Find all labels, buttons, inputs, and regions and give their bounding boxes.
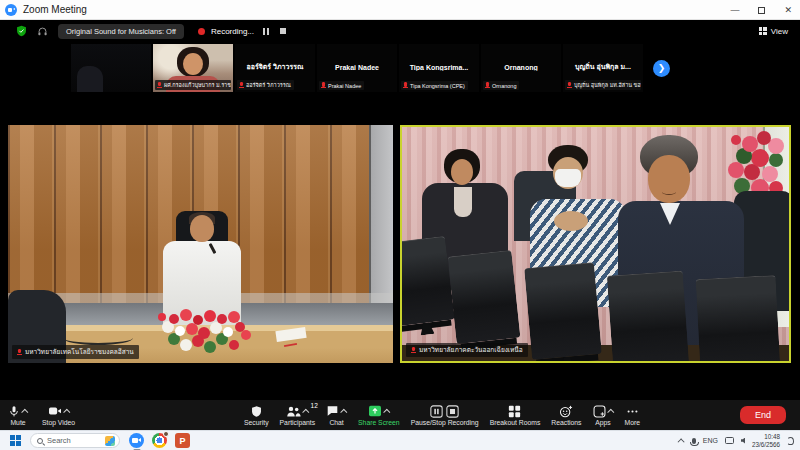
end-meeting-button[interactable]: End [740,406,786,424]
zoom-meeting-window: Zoom Meeting — ✕ Original Sound for Musi… [0,0,800,450]
caret-up-icon[interactable] [63,408,70,415]
original-sound-button[interactable]: Original Sound for Musicians: Off [58,24,184,39]
flower-arrangement [731,135,741,145]
mic-muted-icon [321,82,326,89]
participant-name-label: ออร์จิตร์ วิภาวรรณ [237,80,294,90]
hidden-icons-chevron[interactable] [677,438,684,445]
share-screen-icon [368,405,382,417]
recording-dot-icon [198,28,205,35]
caret-up-icon[interactable] [302,408,309,415]
close-button[interactable]: ✕ [784,6,792,15]
microphone-tray-icon[interactable] [692,438,696,444]
participants-count-badge: 12 [311,402,318,409]
participant-name-label: Tipa Kongsrima (CPE) [401,81,468,90]
tray-date: 23/6/2566 [752,441,780,449]
more-icon [626,405,639,418]
speaker-figure [662,189,676,195]
share-screen-button[interactable]: Share Screen [358,404,400,426]
zoom-taskbar-icon[interactable] [129,433,144,448]
tray-time: 10:48 [752,433,780,441]
participant-name-label: บุญถิ่น อุ่นพิกุล มท.อีสาน ขอน... [565,80,641,90]
powerpoint-icon[interactable]: P [175,433,190,448]
microphone-icon [8,405,20,418]
next-participants-button[interactable]: ❯ [653,60,670,77]
participant-display-name: ออร์จิตร์ วิภาวรรณ [235,61,315,72]
participants-button[interactable]: 12 Participants [280,404,316,426]
participant-tile[interactable]: Prakai Nadee Prakai Nadee [317,44,397,92]
apps-icon [593,405,606,418]
reactions-icon [559,405,573,418]
mic-muted-icon [411,347,416,354]
monitor [607,270,689,363]
presenter-figure [163,241,241,329]
attendee-figure [451,159,473,185]
wall-corner [369,125,393,303]
shield-icon [251,405,262,418]
video-name-label: มหาวิทยาลัยเทคโนโลยีราชมงคลอีสาน [12,345,139,359]
participant-tile[interactable]: ผศ.กรองแก้วบุษบากร ม.ราชภัฏอุ... [153,44,233,92]
speaker-icon[interactable] [741,438,745,444]
chat-icon [326,405,339,417]
caret-up-icon[interactable] [21,408,28,415]
mic-muted-icon [157,82,162,89]
camera-icon [48,405,62,417]
caret-up-icon[interactable] [340,408,347,415]
caret-up-icon[interactable] [383,408,390,415]
video-feed-right-active-speaker[interactable]: มหาวิทยาลัยภาคตะวันออกเฉียงเหนือ [400,125,791,363]
mic-muted-icon [403,82,408,89]
mic-muted-icon [567,82,572,89]
participant-tile[interactable] [71,44,151,92]
pause-stop-recording-button[interactable]: Pause/Stop Recording [411,404,479,426]
breakout-rooms-icon [508,405,521,418]
reactions-button[interactable]: Reactions [551,404,581,426]
meeting-topbar: Original Sound for Musicians: Off Record… [0,20,800,42]
stop-video-button[interactable]: Stop Video [42,404,75,426]
participant-tile[interactable]: ออร์จิตร์ วิภาวรรณ ออร์จิตร์ วิภาวรรณ [235,44,315,92]
video-feed-left[interactable]: มหาวิทยาลัยเทคโนโลยีราชมงคลอีสาน [8,125,393,363]
attendee-figure [454,187,472,217]
display-tray-icon[interactable] [725,437,734,444]
tray-clock[interactable]: 10:48 23/6/2566 [752,433,780,448]
breakout-rooms-button[interactable]: Breakout Rooms [490,404,541,426]
minimize-button[interactable]: — [730,6,739,15]
window-title: Zoom Meeting [23,4,87,15]
face-mask [555,169,581,187]
participant-tile[interactable]: Tipa Kongsrima... Tipa Kongsrima (CPE) [399,44,479,92]
chrome-icon[interactable] [152,433,167,448]
participant-name-label: Ornanong [483,81,519,90]
monitor [524,262,602,360]
participant-tile[interactable]: บุญถิ่น อุ่นพิกุล ม... บุญถิ่น อุ่นพิกุล… [563,44,643,92]
participant-tile[interactable]: Ornanong Ornanong [481,44,561,92]
pause-icon [430,405,443,418]
participant-display-name: Ornanong [481,64,561,71]
chrome-profile-badge [163,431,169,437]
monitor [696,275,781,363]
pause-recording-button[interactable] [260,26,271,37]
maximize-button[interactable] [758,7,765,14]
apps-button[interactable]: Apps [593,404,614,426]
stop-icon [446,405,459,418]
chat-button[interactable]: Chat [326,404,347,426]
start-button[interactable] [10,435,21,446]
window-titlebar: Zoom Meeting — ✕ [0,0,800,20]
recording-status: Recording... [211,27,254,36]
language-indicator[interactable]: ENG [703,437,718,444]
headset-icon[interactable] [37,26,48,37]
stop-recording-button[interactable] [277,26,288,37]
presenter-figure [190,215,214,242]
security-button[interactable]: Security [244,404,269,426]
zoom-toolbar: Mute Stop Video Security 12 [0,400,800,430]
search-input[interactable]: Search [30,433,120,448]
participant-name-label: ผศ.กรองแก้วบุษบากร ม.ราชภัฏอุ... [155,80,231,90]
participant-silhouette [77,66,103,92]
more-button[interactable]: More [625,404,641,426]
zoom-logo-icon [5,4,17,16]
magnifier-icon [37,438,43,444]
system-tray: ENG 10:48 23/6/2566 [680,433,794,448]
main-video-area: มหาวิทยาลัยเทคโนโลยีราชมงคลอีสาน [0,94,800,400]
notifications-icon[interactable] [787,437,794,445]
view-button[interactable]: View [759,27,788,36]
caret-up-icon[interactable] [607,408,614,415]
encryption-shield-icon[interactable] [16,25,27,37]
mute-button[interactable]: Mute [8,404,28,426]
